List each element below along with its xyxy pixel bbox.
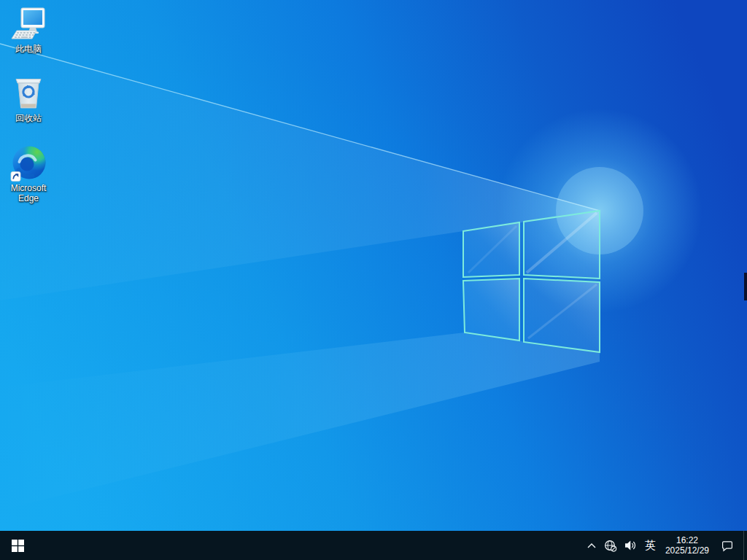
taskbar-empty-area [35, 531, 583, 560]
this-pc-icon [10, 6, 47, 42]
desktop-wallpaper [0, 0, 747, 531]
action-center-icon [721, 540, 734, 552]
windows-logo [463, 211, 600, 352]
show-hidden-icons-button[interactable] [583, 531, 600, 560]
chevron-up-icon [587, 542, 597, 549]
icon-label: 回收站 [15, 113, 42, 123]
desktop-icon-this-pc[interactable]: 此电脑 [1, 6, 56, 54]
action-center-button[interactable] [714, 531, 740, 560]
windows-start-icon [12, 540, 24, 552]
microsoft-edge-icon [10, 145, 47, 182]
ime-indicator[interactable]: 英 [640, 531, 660, 560]
icon-label: 此电脑 [15, 44, 42, 54]
screen-edge-artifact [744, 273, 747, 300]
network-globe-no-internet-icon [604, 540, 617, 552]
recycle-bin-icon [10, 75, 47, 112]
start-button[interactable] [0, 531, 35, 560]
desktop-icon-recycle-bin[interactable]: 回收站 [1, 75, 56, 123]
clock-date: 2025/12/29 [665, 545, 709, 556]
show-desktop-button[interactable] [743, 531, 747, 560]
windows-desktop: 此电脑 回收站 [0, 0, 747, 560]
system-tray: 英 16:22 2025/12/29 [583, 531, 747, 560]
icon-label: Microsoft Edge [2, 183, 55, 203]
network-status-button[interactable] [600, 531, 621, 560]
speaker-icon [624, 540, 637, 551]
taskbar-clock[interactable]: 16:22 2025/12/29 [660, 531, 714, 560]
volume-button[interactable] [621, 531, 640, 560]
taskbar: 英 16:22 2025/12/29 [0, 531, 747, 560]
desktop-icon-microsoft-edge[interactable]: Microsoft Edge [1, 145, 56, 203]
clock-time: 16:22 [676, 535, 698, 545]
